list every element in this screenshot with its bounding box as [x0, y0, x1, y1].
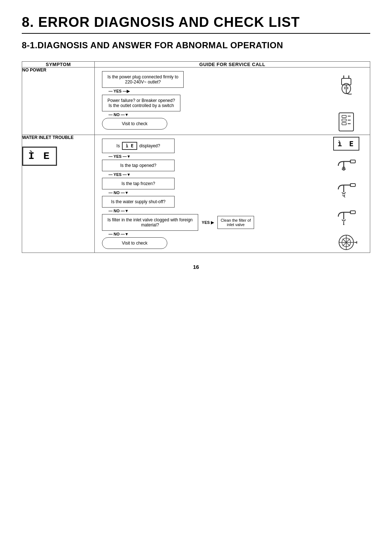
svg-rect-19 — [350, 211, 355, 214]
symptom-code-display: ì E — [22, 147, 57, 166]
svg-marker-29 — [356, 241, 357, 244]
guide-water-inlet: Is ì E displayed? — YES —▼ Is the tap op… — [95, 135, 370, 253]
no-arrow-1: — NO —▼ — [109, 112, 130, 117]
no-arrow-4: — NO —▼ — [109, 232, 130, 236]
title-divider — [22, 33, 370, 34]
guide-no-power: Is the power plug connected firmly to220… — [95, 67, 370, 135]
no-arrow-3: — NO —▼ — [109, 209, 130, 213]
breaker-icon — [335, 111, 357, 135]
inlet-valve-icon — [335, 232, 357, 252]
symptom-no-power: NO POWER — [22, 67, 95, 135]
tap-shutoff-icon — [336, 209, 356, 225]
no-arrow-2: — NO —▼ — [109, 190, 130, 195]
svg-rect-14 — [350, 160, 355, 163]
svg-rect-0 — [342, 78, 351, 85]
yes-arrow-filter: YES ▶ — [202, 220, 214, 225]
page-number: 16 — [22, 264, 370, 270]
symptom-water-inlet: WATER INLET TROUBLE ì E — [22, 135, 95, 253]
col-header-guide: Guide For Service Call — [95, 62, 370, 67]
box-filter-clogged: Is filter in the inlet valve clogged wit… — [102, 214, 198, 231]
symptom-water-label: WATER INLET TROUBLE — [22, 135, 94, 140]
diagnosis-table: Symptom Guide For Service Call NO POWER … — [22, 61, 370, 253]
tap-frozen-icon — [336, 181, 356, 201]
yes-arrow-1: — YES —▶ — [109, 89, 131, 94]
svg-rect-9 — [342, 119, 346, 121]
yes-arrow-2: — YES —▼ — [109, 154, 132, 159]
svg-point-21 — [343, 224, 344, 225]
tap-open-icon — [336, 158, 356, 174]
col-header-symptom: Symptom — [22, 62, 95, 67]
box-power-plug: Is the power plug connected firmly to220… — [102, 71, 184, 88]
svg-rect-10 — [342, 123, 346, 125]
no-label-1: — NO —▼ — [109, 112, 129, 117]
visit-check-1: Visit to check — [102, 118, 167, 130]
svg-rect-8 — [342, 115, 346, 118]
yes-label-1: — YES —▶ — [109, 89, 130, 94]
icons-water-inlet: ì E — [323, 135, 370, 253]
power-plug-icon — [334, 71, 359, 97]
box-power-failure: Power failure? or Breaker opened?Is the … — [102, 95, 180, 111]
clean-filter-note: Clean the filter ofinlet valve — [217, 216, 254, 229]
table-row: NO POWER Is the power plug connected fir… — [22, 67, 370, 135]
ie-display-icon: ì E — [333, 137, 359, 151]
box-tap-opened: Is the tap opened? — [102, 160, 175, 171]
page-subtitle: 8-1.DIAGNOSIS AND ANSWER FOR ABNORMAL OP… — [22, 40, 370, 50]
page-title: 8. ERROR DIAGNOSIS AND CHECK LIST — [22, 15, 370, 30]
visit-check-2: Visit to check — [102, 237, 167, 249]
table-row: WATER INLET TROUBLE ì E Is ì E displayed… — [22, 135, 370, 253]
yes-arrow-3: — YES —▼ — [109, 172, 132, 177]
svg-rect-17 — [350, 184, 355, 187]
box-ie-displayed: Is ì E displayed? — [102, 139, 175, 153]
box-water-shutoff: Is the water supply shut-off? — [102, 196, 175, 208]
box-tap-frozen: Is the tap frozen? — [102, 178, 175, 189]
icons-no-power — [323, 67, 370, 135]
